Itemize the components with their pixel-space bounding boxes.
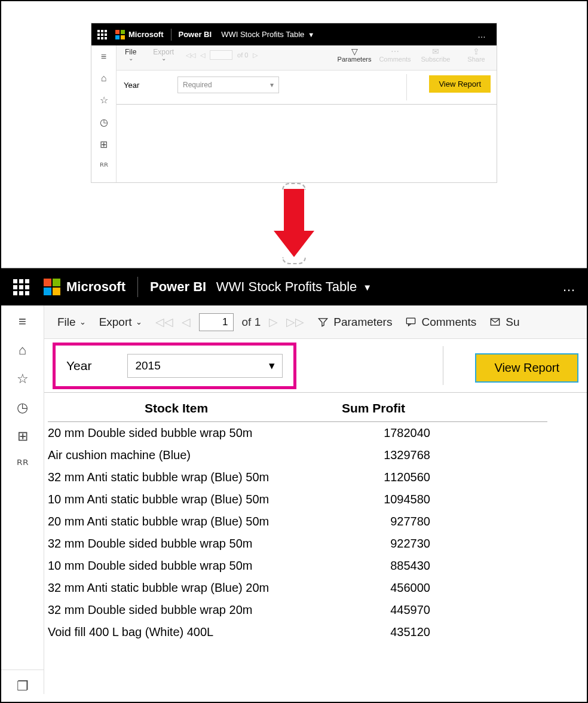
people-icon[interactable]: ᴿᴿ: [17, 457, 29, 473]
microsoft-logo-icon: [115, 30, 125, 39]
cell-stock-item: 20 mm Double sided bubble wrap 50m: [48, 426, 311, 440]
table-row: Void fill 400 L bag (White) 400L435120: [48, 621, 547, 643]
report-title[interactable]: WWI Stock Profits Table: [221, 30, 304, 39]
workspaces-icon[interactable]: ❐: [1, 670, 44, 694]
report-toolbar: File⌄ Export⌄ ◁◁ ◁ of 0 ▷ ▽: [117, 45, 497, 71]
recent-icon[interactable]: ◷: [17, 400, 28, 415]
cell-sum-profit: 1329768: [311, 448, 430, 462]
cell-sum-profit: 922730: [311, 537, 430, 551]
apps-icon[interactable]: ⊞: [100, 139, 108, 150]
menu-icon[interactable]: ≡: [101, 51, 106, 62]
file-menu[interactable]: File⌄: [117, 45, 145, 62]
top-app-bar: Microsoft Power BI WWI Stock Profits Tab…: [1, 268, 587, 305]
cell-stock-item: 32 mm Double sided bubble wrap 20m: [48, 603, 311, 617]
parameter-row: Year 2015 ▾ View Report: [44, 339, 587, 393]
chevron-down-icon: ⌄: [136, 317, 142, 326]
year-value: 2015: [135, 359, 160, 372]
cell-stock-item: 20 mm Anti static bubble wrap (Blue) 50m: [48, 515, 311, 528]
mail-icon: ✉: [415, 47, 456, 56]
report-toolbar: File⌄ Export⌄ ◁◁ ◁ of 1 ▷ ▷▷: [44, 305, 587, 339]
subscribe-button[interactable]: Su: [489, 316, 519, 329]
cell-sum-profit: 885430: [311, 559, 430, 573]
cell-stock-item: 32 mm Double sided bubble wrap 50m: [48, 537, 311, 551]
cell-stock-item: 10 mm Double sided bubble wrap 50m: [48, 559, 311, 573]
chevron-down-icon: ⌄: [79, 317, 86, 326]
svg-rect-0: [407, 318, 415, 324]
parameters-button[interactable]: ▽ Parameters: [334, 45, 375, 70]
results-table: Stock Item Sum Profit 20 mm Double sided…: [48, 396, 547, 643]
table-row: 20 mm Anti static bubble wrap (Blue) 50m…: [48, 511, 547, 533]
microsoft-logo-icon: [44, 279, 60, 295]
filter-icon: [317, 316, 329, 328]
table-row: 20 mm Double sided bubble wrap 50m178204…: [48, 422, 547, 444]
people-icon[interactable]: ᴿᴿ: [100, 161, 108, 172]
next-page-icon: ▷: [253, 51, 258, 59]
export-menu[interactable]: Export⌄: [99, 316, 142, 329]
star-icon[interactable]: ☆: [17, 371, 29, 387]
table-row: 32 mm Anti static bubble wrap (Blue) 50m…: [48, 466, 547, 488]
param-divider: [406, 74, 407, 100]
last-page-icon: ▷▷: [286, 315, 304, 329]
cell-sum-profit: 1782040: [311, 426, 430, 440]
brand-product: Power BI: [150, 279, 206, 295]
recent-icon[interactable]: ◷: [100, 117, 108, 128]
table-row: 32 mm Double sided bubble wrap 50m922730: [48, 533, 547, 555]
parameters-button[interactable]: Parameters: [317, 316, 392, 329]
nav-rail: ≡ ⌂ ☆ ◷ ⊞ ᴿᴿ: [91, 45, 117, 182]
menu-icon[interactable]: ≡: [19, 314, 26, 329]
col-sum-profit: Sum Profit: [305, 401, 442, 415]
file-menu[interactable]: File⌄: [57, 316, 86, 329]
chevron-down-icon[interactable]: ▼: [308, 31, 314, 38]
first-page-icon: ◁◁: [155, 315, 173, 329]
filter-icon: ▽: [334, 47, 375, 56]
cell-sum-profit: 445970: [311, 603, 430, 617]
comments-button[interactable]: Comments: [405, 316, 476, 329]
apps-icon[interactable]: ⊞: [17, 429, 28, 444]
more-icon[interactable]: …: [562, 279, 577, 295]
pager: ◁◁ ◁ of 0 ▷: [186, 50, 258, 60]
year-placeholder: Required: [183, 81, 212, 89]
share-button[interactable]: ⇪ Share: [456, 45, 497, 70]
report-title-dropdown[interactable]: WWI Stock Profits Table ▼: [216, 279, 372, 295]
year-label: Year: [66, 359, 91, 373]
mail-icon: [489, 316, 501, 328]
prev-page-icon: ◁: [200, 51, 205, 59]
prev-page-icon: ◁: [182, 315, 191, 329]
cell-stock-item: Void fill 400 L bag (White) 400L: [48, 625, 311, 639]
year-dropdown[interactable]: Required ▾: [177, 77, 279, 93]
cell-sum-profit: 1094580: [311, 493, 430, 506]
home-icon[interactable]: ⌂: [101, 73, 107, 84]
comments-button[interactable]: ⋯ Comments: [375, 45, 415, 70]
header-divider: [137, 277, 138, 297]
page-input[interactable]: [199, 313, 234, 331]
empty-report-area: [117, 105, 497, 182]
view-report-button[interactable]: View Report: [429, 75, 491, 93]
more-icon[interactable]: …: [477, 30, 487, 39]
subscribe-button[interactable]: ✉ Subscribe: [415, 45, 456, 70]
chevron-down-icon: ▾: [269, 359, 275, 372]
app-launcher-icon[interactable]: [97, 30, 107, 39]
parameter-row: Year Required ▾ View Report: [117, 71, 497, 105]
chevron-down-icon: ▾: [270, 81, 274, 89]
cell-sum-profit: 1120560: [311, 470, 430, 484]
export-menu[interactable]: Export⌄: [145, 45, 182, 62]
top-app-bar: Microsoft Power BI WWI Stock Profits Tab…: [91, 23, 497, 45]
table-row: 10 mm Anti static bubble wrap (Blue) 50m…: [48, 488, 547, 511]
comment-icon: [405, 316, 416, 328]
table-row: 32 mm Anti static bubble wrap (Blue) 20m…: [48, 577, 547, 599]
comment-icon: ⋯: [375, 47, 415, 56]
cell-stock-item: Air cushion machine (Blue): [48, 448, 311, 462]
home-icon[interactable]: ⌂: [19, 343, 26, 358]
before-panel: Microsoft Power BI WWI Stock Profits Tab…: [91, 23, 497, 183]
cell-stock-item: 32 mm Anti static bubble wrap (Blue) 50m: [48, 470, 311, 484]
year-dropdown[interactable]: 2015 ▾: [127, 354, 283, 378]
app-launcher-icon[interactable]: [13, 279, 29, 295]
year-label: Year: [124, 81, 177, 90]
page-of-label: of 0: [237, 51, 248, 59]
page-input[interactable]: [210, 50, 232, 60]
page-of-label: of 1: [242, 316, 261, 329]
star-icon[interactable]: ☆: [100, 94, 108, 106]
table-header: Stock Item Sum Profit: [48, 396, 547, 422]
table-row: 10 mm Double sided bubble wrap 50m885430: [48, 555, 547, 577]
view-report-button[interactable]: View Report: [475, 353, 578, 383]
